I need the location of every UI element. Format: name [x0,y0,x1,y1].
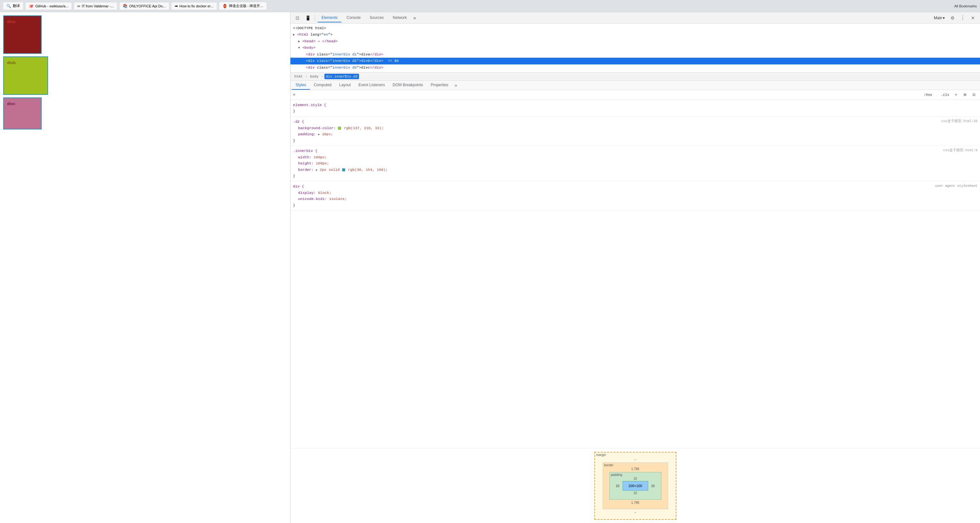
tab-translate[interactable]: 🔍 翻译 [3,2,23,10]
body-expand-icon[interactable]: ▼ [298,46,300,50]
tab-it[interactable]: ∞ IT from Valdemar -... [74,3,117,10]
tree-head[interactable]: ▶ <head> ↔ </head> [290,38,980,45]
sub-tab-event-listeners[interactable]: Event Listeners [355,81,389,90]
div-c: divc [3,97,42,129]
breadcrumb-div[interactable]: div.innerDiv.d2 [325,74,359,79]
styles-panel: ⊙ :hov . .cls + ⊞ ⊡ element.style { } cs… [290,90,980,448]
tab-docker[interactable]: ➡ How to fix docker er... [172,3,217,10]
div-ua-label: user agent stylesheet [935,183,977,189]
filter-input[interactable] [297,92,920,97]
tab-onlyoffice[interactable]: 📚 ONLYOFFICE Api Do... [119,3,169,10]
sub-tab-layout[interactable]: Layout [335,81,355,90]
div-b-label: divb [7,60,16,65]
tree-diva[interactable]: <div class="innerDiv d1">diva</div> [290,51,980,58]
sub-tab-properties[interactable]: Properties [427,81,452,90]
breadcrumb-html[interactable]: html [293,74,304,79]
breadcrumb-body[interactable]: body [309,74,320,79]
tree-divc[interactable]: <div class="innerDiv d3">divc</div> [290,64,980,71]
d2-padding-prop[interactable]: padding: ▶ 10px; [293,131,977,137]
tab-chandao-label: 禅道企业版 - 禅道开... [229,3,263,8]
innerdiv-file-link[interactable]: css盒子模型.html:8 [943,148,977,154]
tab-elements[interactable]: Elements [318,13,341,22]
innerdiv-width-prop[interactable]: width: 100px; [293,154,977,161]
box-model-diagram: margin – border 1.786 padding [594,452,676,520]
tab-chandao[interactable]: 🏮 禅道企业版 - 禅道开... [219,2,266,10]
bm-margin-bottom: – [603,510,668,514]
toggle-style-button[interactable]: ⊞ [961,91,969,99]
bm-content: 100×100 [622,481,648,491]
border-color-swatch[interactable] [342,168,345,172]
d2-close: } [293,138,295,143]
hov-button[interactable]: :hov [922,92,933,97]
d2-padding-value: 10px; [322,132,333,136]
add-style-rule-button[interactable]: + [953,91,959,99]
innerdiv-border-prop[interactable]: border: ▶ 2px solid rgb(30, 154, 199); [293,167,977,173]
more-tabs-button[interactable]: » [412,14,417,22]
device-toggle-button[interactable]: 📱 [303,13,312,22]
tab-console[interactable]: Console [343,13,364,22]
div-unicode-prop[interactable]: unicode-bidi: isolate; [293,196,977,202]
doctype-text: <!DOCTYPE html> [293,26,326,30]
inspect-element-button[interactable]: ⊡ [293,13,302,22]
tree-html[interactable]: ▶ <html lang="en"> [290,32,980,38]
tab-github[interactable]: 🐙 GitHub - xwikisas/a... [25,3,72,10]
tab-network[interactable]: Network [389,13,410,22]
div-display-prop[interactable]: display: block; [293,190,977,196]
bm-content-row: 10 100×100 10 [613,481,658,491]
topbar-separator [315,15,315,21]
bm-padding-right: 10 [648,484,658,488]
all-bookmarks-button[interactable]: All Bookmarks [955,4,977,8]
sub-tab-dom-breakpoints[interactable]: DOM Breakpoints [389,81,427,90]
sub-tab-computed[interactable]: Computed [310,81,335,90]
filter-bar: ⊙ :hov . .cls + ⊞ ⊡ [290,90,980,100]
css-rule-div-ua: user agent stylesheet div { display: blo… [290,181,980,211]
docker-icon: ➡ [175,4,178,8]
tab-onlyoffice-label: ONLYOFFICE Api Do... [129,4,166,8]
more-options-button[interactable]: ⋮ [958,13,967,22]
devtools-panel: ⊡ 📱 Elements Console Sources Network » M… [290,12,980,523]
d2-bg-prop[interactable]: background-color: rgb(137, 216, 33); [293,125,977,131]
d2-file-link[interactable]: css盒子模型.html:20 [941,119,977,124]
innerdiv-height-prop[interactable]: height: 100px; [293,160,977,167]
tab-sources[interactable]: Sources [366,13,388,22]
bm-border-top: 1.786 [609,467,661,471]
border-expand-icon[interactable]: ▶ [316,169,317,172]
computed-style-button[interactable]: ⊡ [970,91,977,99]
div-unicode-value: isolate; [329,197,347,201]
innerdiv-width-value: 100px; [313,155,327,159]
preview-area: diva divb divc [0,12,290,523]
bm-border: border 1.786 padding 10 [603,463,668,509]
html-expand-icon[interactable]: ▶ [293,33,295,37]
bm-border-bottom: 1.786 [609,501,661,504]
head-expand-icon[interactable]: ▶ [298,40,300,43]
tree-body[interactable]: ▼ <body> [290,45,980,51]
bm-padding-bottom: 10 [613,491,658,495]
innerdiv-selector[interactable]: .innerDiv { [293,149,317,153]
padding-expand-icon[interactable]: ▶ [318,133,320,136]
box-model-container: margin – border 1.786 padding [290,448,980,523]
cls-button[interactable]: .cls [940,92,950,97]
it-icon: ∞ [77,4,80,8]
settings-button[interactable]: ⚙ [948,13,957,22]
div-ua-selector[interactable]: div { [293,184,304,188]
div-b: divb [3,56,48,95]
sub-tabs-more-button[interactable]: » [452,81,460,89]
bm-padding: padding 10 10 100×100 [609,472,661,499]
tree-divb[interactable]: <div class="innerDiv d2">divb</div> == $… [290,58,980,64]
translate-icon: 🔍 [6,4,11,8]
tab-translate-label: 翻译 [13,3,20,8]
filter-icon: ⊙ [293,92,295,97]
element-style-selector[interactable]: element.style { [293,103,326,107]
bm-margin: margin – border 1.786 padding [594,452,676,520]
close-devtools-button[interactable]: ✕ [969,13,977,22]
css-rule-d2: css盒子模型.html:20 .d2 { background-color: … [290,117,980,146]
dollar-zero-badge: == $0 [388,59,399,63]
tree-doctype[interactable]: <!DOCTYPE html> [290,25,980,32]
innerdiv-close: } [293,174,295,178]
tab-it-label: IT from Valdemar -... [82,4,114,8]
github-icon: 🐙 [29,4,33,8]
main-label[interactable]: Main ▾ [932,16,947,20]
d2-selector[interactable]: .d2 { [293,119,304,124]
d2-bg-color-swatch[interactable] [338,127,341,130]
sub-tab-styles[interactable]: Styles [292,81,310,90]
